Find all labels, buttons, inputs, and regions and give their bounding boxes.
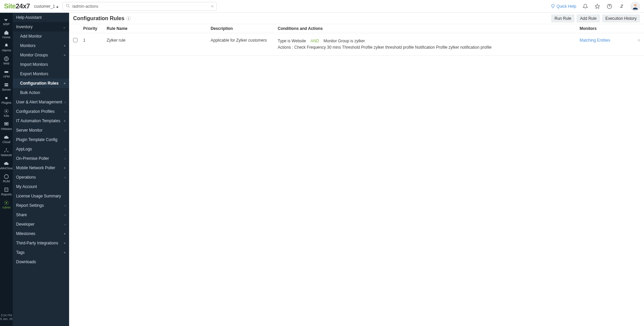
quick-help-label: Quick Help xyxy=(556,4,576,9)
rail-item-msp[interactable]: MSP xyxy=(0,15,13,28)
rail-item-reports[interactable]: Reports xyxy=(0,185,13,198)
sidebar-item-bulk-action[interactable]: Bulk Action xyxy=(13,88,69,97)
rail-item-vmware[interactable]: VMware xyxy=(0,120,13,133)
rail-item-k8s[interactable]: K8s xyxy=(0,106,13,120)
sidebar-item-label: Report Settings xyxy=(16,203,44,208)
sidebar-item-it-automation-templates[interactable]: IT Automation Templates+ xyxy=(13,116,69,126)
rail-label: Web xyxy=(3,62,9,65)
globe2-icon xyxy=(4,174,9,179)
home-icon xyxy=(4,30,9,35)
matching-entities-link[interactable]: Matching Entities xyxy=(580,38,610,43)
rail-item-cloud[interactable]: Cloud xyxy=(0,133,13,146)
table-row[interactable]: 1 Zylker rule Applicable for Zylker cust… xyxy=(69,33,644,56)
sidebar-item-third-party-integrations[interactable]: Third-Party Integrations+ xyxy=(13,238,69,248)
col-conditions: Conditions and Actions xyxy=(278,26,580,31)
sidebar-item-my-account[interactable]: My Account xyxy=(13,182,69,191)
search-wrap: ✕ xyxy=(62,2,217,11)
rail-label: VMware xyxy=(1,128,12,131)
rail-label: Plugins xyxy=(1,101,11,104)
sidebar-item-label: On-Premise Poller xyxy=(16,156,49,161)
sidebar-item-help-assistant[interactable]: Help Assistant xyxy=(13,13,69,22)
run-rule-button[interactable]: Run Rule xyxy=(551,14,575,22)
row-checkbox[interactable] xyxy=(73,38,77,42)
sidebar-item-on-premise-poller[interactable]: On-Premise Poller› xyxy=(13,154,69,163)
sidebar-item-share[interactable]: Share› xyxy=(13,210,69,220)
sidebar-item-import-monitors[interactable]: Import Monitors xyxy=(13,60,69,69)
customer-switcher[interactable]: customer_1 ▴ xyxy=(34,4,58,9)
sidebar-item-report-settings[interactable]: Report Settings› xyxy=(13,201,69,210)
sidebar-item-label: Configuration Profiles xyxy=(16,109,55,114)
rail-item-velocloud[interactable]: VeloCloud xyxy=(0,159,13,172)
sidebar-item-monitor-groups[interactable]: Monitor Groups+ xyxy=(13,50,69,60)
sidebar-item-applogs[interactable]: AppLogs› xyxy=(13,144,69,154)
help-icon[interactable] xyxy=(606,3,612,9)
topbar: Site24x7 customer_1 ▴ ✕ Quick Help xyxy=(0,0,644,13)
sidebar-item-downloads[interactable]: Downloads xyxy=(13,257,69,267)
plus-icon[interactable]: + xyxy=(64,44,66,48)
avatar[interactable] xyxy=(631,2,640,11)
plus-icon[interactable]: + xyxy=(64,166,66,170)
svg-point-0 xyxy=(66,4,69,7)
rail-item-apm[interactable]: APM xyxy=(0,67,13,80)
sidebar-item-mobile-network-poller[interactable]: Mobile Network Poller+ xyxy=(13,163,69,173)
sidebar-item-export-monitors[interactable]: Export Monitors xyxy=(13,69,69,79)
info-icon[interactable]: i xyxy=(126,16,131,20)
sidebar-item-label: Operations xyxy=(16,175,36,180)
plus-icon[interactable]: + xyxy=(64,81,66,85)
rail-label: Alarms xyxy=(2,49,11,52)
rail-item-server[interactable]: Server xyxy=(0,80,13,93)
rail-label: Network xyxy=(1,154,12,157)
sidebar-item-label: Monitor Groups xyxy=(20,53,48,57)
execution-history-button[interactable]: Execution History xyxy=(602,14,640,22)
sidebar-item-label: Share xyxy=(16,213,27,217)
sidebar-item-monitors[interactable]: Monitors+ xyxy=(13,41,69,50)
sidebar-item-configuration-profiles[interactable]: Configuration Profiles› xyxy=(13,107,69,116)
plus-icon[interactable]: + xyxy=(64,250,66,254)
rail-item-home[interactable]: Home xyxy=(0,28,13,41)
table-header: Priority Rule Name Description Condition… xyxy=(69,24,644,33)
rail-label: VeloCloud xyxy=(0,167,13,170)
rail-item-admin[interactable]: Admin xyxy=(0,198,13,211)
sidebar-item-configuration-rules[interactable]: Configuration Rules+ xyxy=(13,79,69,88)
quick-help-button[interactable]: Quick Help xyxy=(551,4,576,9)
svg-point-9 xyxy=(6,110,7,112)
plus-icon[interactable]: + xyxy=(64,53,66,57)
rail-item-plugins[interactable]: Plugins xyxy=(0,93,13,106)
sidebar-item-tags[interactable]: Tags+ xyxy=(13,248,69,257)
svg-rect-6 xyxy=(4,71,8,73)
sidebar-item-license-usage-summary[interactable]: License Usage Summary xyxy=(13,191,69,201)
sidebar-item-plugin-template-config[interactable]: Plugin Template Config xyxy=(13,135,69,144)
sidebar-item-add-monitor[interactable]: Add Monitor xyxy=(13,32,69,41)
sidebar-item-developer[interactable]: Developer› xyxy=(13,220,69,229)
sidebar-item-milestones[interactable]: Milestones+ xyxy=(13,229,69,238)
search-input[interactable] xyxy=(62,2,217,11)
zoho-apps-icon[interactable]: Z xyxy=(619,3,625,9)
plus-icon[interactable]: + xyxy=(64,119,66,123)
svg-rect-7 xyxy=(5,83,8,84)
svg-rect-8 xyxy=(5,85,8,86)
add-rule-button[interactable]: Add Rule xyxy=(577,14,600,22)
rail-item-web[interactable]: Web xyxy=(0,54,13,67)
plus-icon[interactable]: + xyxy=(64,241,66,245)
chevron-down-icon: ⌄ xyxy=(63,25,66,29)
clear-search-icon[interactable]: ✕ xyxy=(211,4,214,9)
row-name: Zylker rule xyxy=(107,38,211,43)
rail-label: MSP xyxy=(3,23,10,26)
sidebar-item-inventory[interactable]: Inventory⌄ xyxy=(13,22,69,32)
logo[interactable]: Site24x7 xyxy=(4,2,30,10)
sidebar-item-operations[interactable]: Operations› xyxy=(13,173,69,182)
row-menu-icon[interactable]: ≡ xyxy=(636,38,640,43)
handshake-icon xyxy=(4,17,9,22)
notifications-icon[interactable] xyxy=(582,3,588,9)
sidebar-item-label: Developer xyxy=(16,222,35,227)
sidebar-item-user-alert-management[interactable]: User & Alert Management› xyxy=(13,97,69,107)
plus-icon[interactable]: + xyxy=(64,232,66,236)
row-conditions: Type is Website AND Monitor Group is zyl… xyxy=(278,38,580,51)
rail-item-network[interactable]: Network xyxy=(0,146,13,159)
status-icon[interactable] xyxy=(594,3,600,9)
rail-label: Admin xyxy=(2,206,11,209)
rail-item-alarms[interactable]: Alarms xyxy=(0,41,13,54)
rail-item-rum[interactable]: RUM xyxy=(0,172,13,185)
globe-icon xyxy=(4,56,9,61)
sidebar-item-server-monitor[interactable]: Server Monitor› xyxy=(13,126,69,135)
